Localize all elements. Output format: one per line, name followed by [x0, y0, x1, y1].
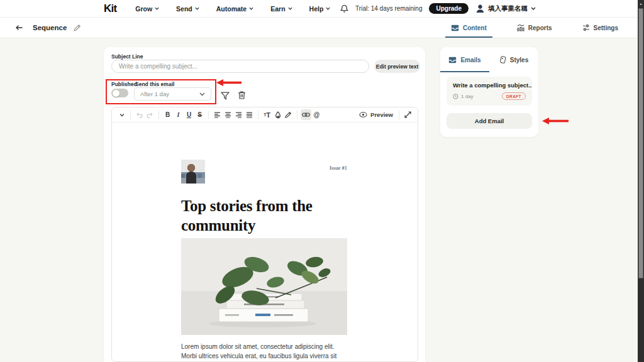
tab-content[interactable]: Content: [445, 18, 492, 38]
align-left-button[interactable]: [212, 109, 223, 120]
emails-sidebar: Emails Styles Write a compelling subject…: [440, 47, 538, 137]
chevron-down-icon: [326, 7, 330, 10]
chevron-down-icon: [155, 7, 159, 10]
bold-button[interactable]: B: [162, 109, 173, 120]
page-scrollbar[interactable]: ▲: [638, 0, 644, 362]
settings-sliders-icon: [582, 24, 590, 31]
paragraph-style-dropdown[interactable]: [116, 109, 127, 120]
highlight-pen-button[interactable]: [283, 109, 294, 120]
email-heading[interactable]: Top stories from the community: [181, 197, 347, 235]
email-doc-header: Issue #1: [181, 156, 347, 184]
add-email-button[interactable]: Add Email: [447, 113, 532, 129]
tab-settings[interactable]: Settings: [577, 18, 624, 38]
toolbar-right: Preview: [357, 109, 413, 120]
chevron-down-icon: [119, 113, 125, 117]
app-window: Kit Grow Send Automate Earn Help: [0, 0, 644, 362]
undo-button[interactable]: [134, 109, 145, 120]
avatar-icon: [475, 4, 485, 13]
align-center-button[interactable]: [223, 109, 233, 120]
redo-button[interactable]: [145, 109, 155, 120]
toolbar-divider: [208, 111, 209, 119]
nav-automate[interactable]: Automate: [216, 5, 253, 13]
send-delay-select[interactable]: After 1 day: [134, 87, 211, 101]
sidebar-tabs: Emails Styles: [440, 47, 538, 72]
sequence-email-card[interactable]: Write a compelling subject... 1 day DRAF…: [447, 77, 532, 106]
upgrade-button[interactable]: Upgrade: [429, 3, 469, 14]
subject-input[interactable]: [111, 60, 369, 73]
subject-line-label: Subject Line: [111, 53, 143, 60]
chevron-down-icon: [195, 7, 199, 10]
link-button[interactable]: [301, 109, 311, 120]
preview-button[interactable]: Preview: [357, 111, 396, 118]
chevron-down-icon: [249, 7, 253, 10]
styles-swatch-icon: [499, 56, 506, 63]
nav-help[interactable]: Help: [309, 5, 331, 13]
toolbar-divider: [297, 111, 297, 119]
inbox-icon: [448, 57, 457, 63]
trash-icon[interactable]: [238, 90, 246, 100]
trial-status: Trial: 14 days remaining: [355, 5, 422, 12]
kit-logo[interactable]: Kit: [104, 3, 116, 15]
nav-send[interactable]: Send: [176, 5, 199, 13]
inbox-icon: [451, 25, 459, 31]
page-title: Sequence: [33, 24, 67, 31]
account-name: 填入事業名稱: [488, 4, 528, 13]
align-justify-button[interactable]: [244, 109, 255, 120]
send-this-email-label: Send this email: [135, 81, 174, 87]
edit-title-pencil-icon[interactable]: [74, 24, 81, 31]
issue-number[interactable]: Issue #1: [330, 165, 347, 171]
bell-icon[interactable]: [340, 4, 348, 13]
chevron-down-icon: [199, 92, 205, 96]
strikethrough-button[interactable]: S: [194, 109, 205, 120]
edit-preview-text-button[interactable]: Edit preview text: [374, 60, 420, 73]
nav-grow[interactable]: Grow: [135, 5, 159, 13]
header-tabs: Content Reports Settings: [445, 18, 624, 38]
mention-button[interactable]: @: [311, 109, 322, 120]
chevron-down-icon: [288, 7, 292, 10]
eye-icon: [359, 112, 367, 118]
email-editor-card: Subject Line Edit preview text Published…: [104, 47, 425, 362]
tab-styles[interactable]: Styles: [489, 47, 538, 72]
email-card-meta: 1 day DRAFT: [447, 89, 532, 100]
primary-nav: Grow Send Automate Earn Help: [135, 5, 330, 13]
text-size-button[interactable]: TT: [262, 109, 272, 120]
top-nav-bar: Kit Grow Send Automate Earn Help: [0, 0, 638, 18]
books-photo[interactable]: [181, 238, 347, 335]
email-paragraph[interactable]: Lorem ipsum dolor sit amet, consectetur …: [181, 342, 347, 362]
email-card-subject: Write a compelling subject...: [447, 77, 532, 89]
ink-drop-color-button[interactable]: [272, 109, 283, 120]
email-card-delay: 1 day: [453, 94, 474, 99]
reports-chart-icon: [517, 24, 525, 31]
clock-icon: [453, 94, 458, 99]
toolbar-divider: [399, 111, 399, 119]
email-document[interactable]: Issue #1 Top stories from the community: [181, 156, 347, 362]
filter-funnel-icon[interactable]: [221, 91, 230, 101]
topbar-right: Trial: 14 days remaining Upgrade 填入事業名稱: [340, 3, 536, 14]
account-menu[interactable]: 填入事業名稱: [475, 4, 536, 13]
chevron-down-icon: [531, 7, 536, 10]
align-right-button[interactable]: [233, 109, 244, 120]
scrollbar-up-arrow[interactable]: ▲: [638, 1, 644, 7]
tab-emails[interactable]: Emails: [440, 47, 489, 72]
draft-status-badge: DRAFT: [502, 92, 526, 100]
toggle-knob: [113, 90, 119, 97]
toolbar-divider: [130, 111, 131, 119]
editor-toolbar: B I U S TT: [112, 107, 418, 123]
author-photo[interactable]: [181, 160, 205, 184]
sequence-header-bar: Sequence Content Reports: [0, 18, 638, 38]
nav-earn[interactable]: Earn: [270, 5, 292, 13]
rich-text-editor: B I U S TT: [111, 107, 418, 362]
tab-reports[interactable]: Reports: [511, 18, 558, 38]
expand-fullscreen-button[interactable]: [402, 109, 413, 120]
underline-button[interactable]: U: [184, 109, 194, 120]
toolbar-divider: [158, 111, 159, 119]
annotation-arrow-add-email: [542, 117, 569, 125]
back-arrow-icon[interactable]: [15, 24, 23, 31]
published-toggle[interactable]: [111, 89, 128, 97]
scrollbar-thumb[interactable]: [638, 8, 643, 278]
toolbar-divider: [258, 111, 258, 119]
published-label: Published: [111, 81, 137, 87]
italic-button[interactable]: I: [173, 109, 184, 120]
